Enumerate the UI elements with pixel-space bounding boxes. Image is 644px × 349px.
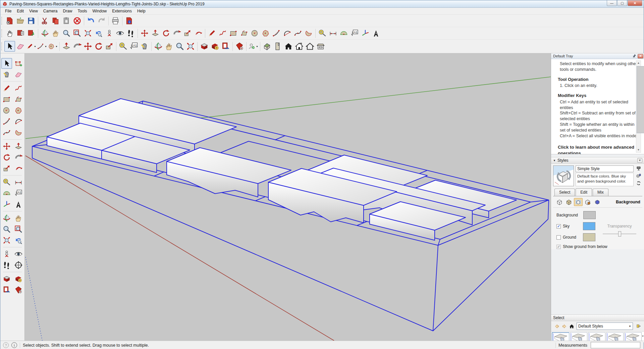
dimension-icon[interactable] — [13, 177, 24, 188]
tab-edit[interactable]: Edit — [576, 188, 592, 196]
zoom-icon[interactable] — [1, 224, 12, 235]
arc-icon[interactable] — [282, 28, 292, 39]
line-icon[interactable]: ▼ — [26, 41, 37, 52]
print-icon[interactable] — [110, 15, 121, 26]
circle-icon[interactable] — [1, 105, 12, 116]
tape-measure-icon[interactable] — [118, 41, 128, 52]
rotate-icon[interactable] — [93, 41, 104, 52]
pie-icon[interactable] — [303, 28, 314, 39]
text-icon[interactable]: A1 — [13, 188, 24, 199]
styles-close-icon[interactable]: ✕ — [637, 158, 642, 163]
ground-checkbox[interactable] — [556, 235, 561, 240]
arc-2pt-icon[interactable] — [1, 116, 12, 127]
pan-icon[interactable] — [50, 28, 61, 39]
menu-tools[interactable]: Tools — [75, 8, 90, 14]
arc-3pt-icon[interactable] — [1, 127, 12, 138]
polygon-icon[interactable] — [13, 105, 24, 116]
scale-icon[interactable] — [104, 41, 115, 52]
ground-color-swatch[interactable] — [583, 233, 595, 241]
back-arrow-icon[interactable] — [553, 323, 560, 330]
polygon-icon[interactable]: ▼ — [47, 41, 58, 52]
measurements-input[interactable] — [591, 342, 640, 348]
3d-warehouse-icon[interactable] — [1, 273, 12, 284]
zoom-icon[interactable] — [61, 28, 72, 39]
orbit-icon[interactable] — [1, 213, 12, 223]
zoom-window-icon[interactable] — [72, 28, 83, 39]
tab-mix[interactable]: Mix — [593, 189, 608, 196]
undo-icon[interactable] — [86, 15, 96, 26]
eraser-icon[interactable] — [13, 69, 24, 80]
offset-icon[interactable] — [193, 28, 204, 39]
protractor-icon[interactable] — [1, 188, 12, 199]
text-icon[interactable]: A1 — [128, 41, 139, 52]
menu-edit[interactable]: Edit — [14, 8, 26, 14]
house-outline-icon[interactable] — [305, 41, 315, 52]
make-component-icon[interactable] — [13, 58, 24, 69]
rotated-rectangle-icon[interactable] — [13, 94, 24, 105]
look-around-icon[interactable] — [13, 249, 24, 259]
redo-icon[interactable] — [96, 15, 107, 26]
axes-icon[interactable] — [360, 28, 371, 39]
menu-extensions[interactable]: Extensions — [109, 8, 135, 14]
paint-bucket-icon[interactable] — [139, 41, 150, 52]
sign-in-icon[interactable]: ▼ — [248, 41, 259, 52]
scrollbar-thumb[interactable] — [637, 66, 644, 133]
maximize-button[interactable]: ▢ — [617, 0, 627, 6]
scroll-down-icon[interactable]: ▼ — [636, 148, 641, 152]
scroll-up-icon[interactable]: ▲ — [636, 61, 641, 65]
rotate-icon[interactable] — [161, 28, 171, 39]
instructor-scrollbar[interactable]: ▲ ▼ — [636, 60, 641, 153]
rectangle-icon[interactable] — [228, 28, 239, 39]
offset-icon[interactable] — [13, 163, 24, 174]
background-settings-icon[interactable] — [574, 198, 583, 206]
erase-icon[interactable] — [72, 15, 83, 26]
select-icon[interactable] — [1, 58, 12, 69]
instructor-more-link[interactable]: Click to learn about more advanced opera… — [558, 144, 638, 154]
freehand-icon[interactable] — [217, 28, 228, 39]
follow-me-icon[interactable] — [72, 41, 83, 52]
component-options-icon[interactable] — [15, 28, 26, 39]
forward-arrow-icon[interactable] — [560, 323, 568, 330]
push-pull-icon[interactable] — [13, 141, 24, 152]
component-attributes-icon[interactable] — [26, 28, 37, 39]
extension-warehouse-icon[interactable] — [13, 273, 24, 284]
scale-icon[interactable] — [1, 163, 12, 174]
cabinet-icon[interactable] — [272, 41, 283, 52]
rectangle-icon[interactable] — [1, 94, 12, 105]
house-3d-icon[interactable] — [262, 41, 272, 52]
slider-thumb[interactable] — [618, 231, 621, 237]
menu-window[interactable]: Window — [90, 8, 110, 14]
save-icon[interactable] — [26, 15, 37, 26]
move-icon[interactable] — [139, 28, 150, 39]
edge-settings-icon[interactable] — [555, 198, 564, 206]
push-pull-icon[interactable] — [61, 41, 72, 52]
zoom-window-icon[interactable] — [13, 224, 24, 235]
secondary-pane-toggle-icon[interactable] — [635, 165, 642, 171]
walk-icon[interactable] — [1, 260, 12, 270]
tape-measure-icon[interactable] — [1, 177, 12, 188]
add-location-icon[interactable] — [13, 285, 24, 295]
transparency-slider[interactable] — [603, 231, 636, 237]
add-location-icon[interactable] — [234, 41, 245, 52]
pin-icon[interactable] — [632, 54, 637, 58]
pie-icon[interactable] — [13, 127, 24, 138]
sky-checkbox[interactable]: ✓ — [556, 224, 561, 229]
menu-draw[interactable]: Draw — [60, 8, 75, 14]
orbit-icon[interactable] — [153, 41, 164, 52]
zoom-extents-icon[interactable] — [1, 235, 12, 246]
select-icon[interactable] — [4, 41, 15, 52]
previous-icon[interactable] — [13, 235, 24, 246]
show-ground-checkbox[interactable]: ✓ — [556, 245, 561, 249]
position-camera-icon[interactable] — [104, 28, 115, 39]
walk-icon[interactable] — [125, 28, 136, 39]
pan-icon[interactable] — [13, 213, 24, 223]
paint-bucket-icon[interactable] — [1, 69, 12, 80]
arc-3pt-icon[interactable] — [292, 28, 303, 39]
polygon-icon[interactable] — [260, 28, 271, 39]
follow-me-icon[interactable] — [171, 28, 182, 39]
interact-icon[interactable] — [4, 28, 15, 39]
3d-text-icon[interactable] — [13, 199, 24, 210]
update-style-icon[interactable] — [635, 180, 642, 186]
tab-select[interactable]: Select — [554, 189, 575, 196]
sky-color-swatch[interactable] — [583, 222, 595, 230]
